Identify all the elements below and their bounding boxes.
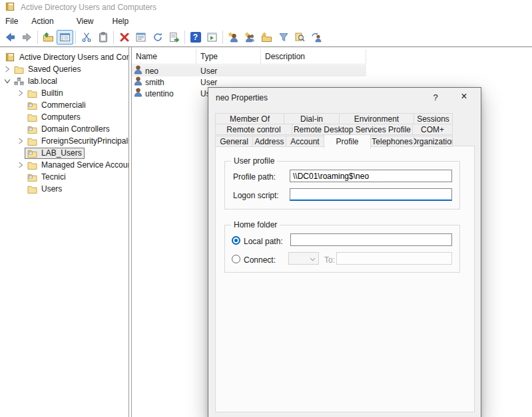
connect-radio[interactable]	[232, 255, 240, 263]
parent-folder-icon[interactable]	[40, 30, 57, 45]
refresh-icon[interactable]	[149, 30, 166, 45]
column-header-type[interactable]: Type	[196, 49, 261, 65]
menu-file[interactable]: File	[0, 15, 25, 27]
toolbar-separator	[113, 31, 114, 44]
tab-account[interactable]: Account	[286, 136, 324, 147]
chevron-down-icon[interactable]	[3, 77, 11, 86]
profile-path-input[interactable]	[290, 170, 452, 182]
list-cell-name: utentino	[145, 89, 174, 98]
list-cell-name: smith	[145, 78, 164, 87]
new-group-icon[interactable]	[242, 30, 258, 45]
tab-com-plus[interactable]: COM+	[412, 124, 453, 135]
find-icon[interactable]	[292, 30, 308, 45]
to-label: To:	[324, 255, 335, 265]
drive-letter-dropdown[interactable]	[288, 252, 319, 265]
delete-icon[interactable]	[116, 30, 133, 45]
domain-icon	[13, 76, 24, 86]
user-icon	[134, 65, 142, 76]
tree-item-saved-queries[interactable]: Saved Queries	[0, 63, 129, 75]
new-window-icon[interactable]	[204, 30, 220, 45]
tab-remote-desktop-services-profile[interactable]: Remote Desktop Services Profile	[292, 124, 413, 135]
export-list-icon[interactable]	[166, 30, 182, 45]
connect-to-input[interactable]	[336, 252, 452, 265]
tab-profile[interactable]: Profile	[324, 134, 371, 148]
forward-icon[interactable]	[19, 30, 35, 45]
logon-script-input[interactable]	[290, 188, 452, 201]
tab-row-1: Member Of Dial-in Environment Sessions	[215, 113, 453, 124]
ou-icon	[27, 148, 37, 158]
toolbar-separator	[184, 31, 185, 44]
user-icon	[134, 88, 142, 99]
folder-icon	[13, 65, 24, 74]
connect-label: Connect:	[244, 255, 276, 265]
tab-sessions[interactable]: Sessions	[413, 113, 453, 124]
new-user-icon[interactable]	[225, 30, 242, 45]
tree-item-commerciali[interactable]: Commerciali	[0, 99, 129, 111]
tab-general[interactable]: General	[215, 136, 253, 147]
dialog-help-button[interactable]: ?	[429, 92, 441, 102]
chevron-right-icon[interactable]	[16, 161, 25, 170]
local-path-label: Local path:	[244, 237, 283, 246]
chevron-right-icon[interactable]	[16, 137, 25, 146]
folder-icon	[27, 136, 37, 146]
tab-telephones[interactable]: Telephones	[370, 136, 414, 147]
tree-item-lab-users[interactable]: LAB_Users	[0, 147, 129, 159]
tree-item-root[interactable]: Active Directory Users and Computers	[0, 51, 129, 63]
folder-icon	[27, 88, 37, 98]
menu-action[interactable]: Action	[25, 15, 60, 27]
window-title: Active Directory Users and Computers	[21, 3, 156, 12]
list-cell-type: User	[196, 67, 261, 76]
properties-icon[interactable]	[133, 30, 149, 45]
cut-icon[interactable]	[78, 30, 95, 45]
list-row-neo[interactable]: neo User	[132, 65, 366, 76]
tree-item-users[interactable]: Users	[0, 183, 129, 195]
local-path-input[interactable]	[290, 233, 452, 246]
ou-icon	[27, 172, 37, 182]
tree-item-label: Saved Queries	[27, 65, 81, 74]
tree-item-tecnici[interactable]: Tecnici	[0, 171, 129, 183]
list-row-smith[interactable]: smith User	[132, 76, 366, 88]
tree-item-label: Managed Service Accounts	[41, 160, 129, 170]
tree-item-managed-service-accounts[interactable]: Managed Service Accounts	[0, 159, 129, 171]
folder-icon	[27, 112, 37, 122]
paste-icon[interactable]	[95, 30, 111, 45]
new-ou-icon[interactable]	[258, 30, 275, 45]
tab-member-of[interactable]: Member Of	[215, 113, 284, 124]
filter-icon[interactable]	[275, 30, 292, 45]
tree-item-foreign-security-principals[interactable]: ForeignSecurityPrincipals	[0, 135, 129, 147]
dialog-title: neo Properties	[216, 93, 268, 102]
home-folder-groupbox: Home folder Local path: Connect: To:	[224, 225, 460, 273]
chevron-right-icon[interactable]	[3, 65, 11, 74]
chevron-down-icon	[310, 254, 316, 263]
menu-bar: File Action View Help	[0, 15, 532, 28]
column-header-description[interactable]: Description	[261, 49, 366, 65]
tree-item-label: ForeignSecurityPrincipals	[41, 136, 129, 146]
list-cell-type: User	[196, 78, 261, 87]
back-icon[interactable]	[2, 30, 19, 45]
help-icon[interactable]	[187, 30, 204, 45]
column-header-name[interactable]: Name	[132, 49, 196, 65]
toolbar-separator	[222, 31, 223, 44]
close-icon[interactable]: ×	[457, 90, 471, 102]
user-profile-groupbox: User profile Profile path: Logon script:	[224, 161, 460, 209]
app-icon	[5, 2, 15, 13]
local-path-radio[interactable]	[232, 236, 240, 245]
tree-item-builtin[interactable]: Builtin	[0, 87, 129, 99]
tab-environment[interactable]: Environment	[339, 113, 414, 124]
tree-item-domain[interactable]: lab.local	[0, 75, 129, 87]
chevron-right-icon[interactable]	[16, 89, 25, 98]
tab-dial-in[interactable]: Dial-in	[284, 113, 340, 124]
logon-script-label: Logon script:	[233, 191, 279, 200]
toolbar	[0, 28, 532, 47]
folder-icon	[27, 184, 37, 194]
menu-view[interactable]: View	[70, 15, 101, 27]
user-icon	[134, 76, 142, 88]
tab-address[interactable]: Address	[252, 136, 286, 147]
delegate-icon[interactable]	[308, 30, 325, 45]
tree-item-domain-controllers[interactable]: Domain Controllers	[0, 123, 129, 135]
tab-remote-control[interactable]: Remote control	[215, 124, 292, 135]
tree-item-computers[interactable]: Computers	[0, 111, 129, 123]
menu-help[interactable]: Help	[106, 15, 136, 27]
tab-organization[interactable]: Organization	[413, 136, 453, 147]
show-console-tree-icon[interactable]	[57, 30, 73, 45]
